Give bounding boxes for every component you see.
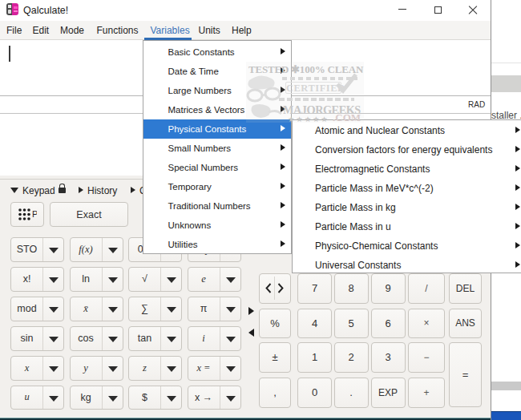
svg-text:P: P [32,209,37,219]
